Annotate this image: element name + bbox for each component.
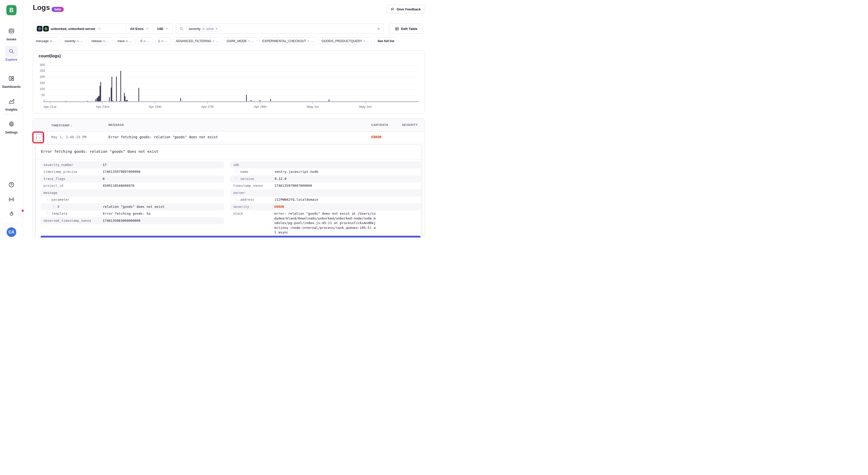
detail-value: 1746135979897000000 [274, 183, 376, 188]
logs-bar-chart: 050100150200250300Apr 21stApr 23rdApr 25… [47, 64, 423, 102]
tree-connector [47, 197, 50, 200]
sidebar-item-insights[interactable]: Insights [0, 96, 23, 111]
chip-operator: > [248, 39, 250, 43]
chip-ellipsis: ... [54, 39, 56, 43]
chart-bar [180, 98, 181, 101]
chart-bar [87, 101, 88, 101]
detail-row-sdk: sdk [230, 161, 421, 168]
chip-ellipsis: ... [251, 39, 254, 43]
logs-chart-card: count(logs) 050100150200250300Apr 21stAp… [33, 50, 425, 113]
sidebar-item-label: Issues [7, 38, 17, 41]
chart-bar [138, 88, 139, 101]
search-clear-icon[interactable]: × [377, 27, 380, 31]
edit-table-button[interactable]: Edit Table [389, 24, 423, 34]
sidebar-item-dashboards[interactable]: Dashboards [0, 73, 23, 89]
log-search-input[interactable]: severity is error × × [176, 24, 383, 34]
y-axis-tick-label: 100 [33, 87, 45, 91]
beta-badge: beta [52, 7, 64, 12]
sidebar: B IssuesExploreDashboardsInsightsSetting… [0, 0, 23, 238]
detail-row-severity_number: severity_number17 [40, 161, 224, 168]
token-value: error [207, 27, 214, 31]
search-icon [179, 27, 184, 31]
y-axis-tick-label: 150 [33, 81, 45, 85]
filter-chip-1[interactable]: 1is... [155, 37, 170, 45]
chart-bar [120, 71, 121, 101]
detail-fields-right: sdknamesentry.javascript.nodeversion9.12… [230, 161, 421, 236]
x-axis-tick [155, 102, 155, 104]
help-button[interactable] [0, 181, 23, 189]
y-axis-tick-label: 250 [33, 69, 45, 73]
detail-value: 1746135983000000000 [102, 218, 221, 223]
detail-row-template: templateError fetching goods: %s [40, 210, 224, 217]
chip-ellipsis: ... [80, 39, 83, 43]
log-row[interactable]: May 1, 2:46:19 PM Error fetching goods: … [33, 132, 425, 143]
detail-key: message [43, 191, 102, 195]
search-filter-token[interactable]: severity is error × [186, 26, 220, 32]
x-axis-tick-label: May 3rd [351, 105, 379, 109]
whats-new-button[interactable] [0, 211, 23, 217]
chip-ellipsis: ... [129, 39, 132, 43]
filter-chip-see-full-list[interactable]: See full list [374, 37, 397, 45]
column-header-severity[interactable]: SEVERITY [402, 123, 418, 126]
token-remove-icon[interactable]: × [216, 27, 218, 30]
chip-label: See full list [377, 39, 394, 43]
sidebar-item-settings[interactable]: Settings [0, 118, 23, 134]
column-header-message[interactable]: MESSAGE [108, 123, 124, 126]
chart-bar [329, 99, 329, 101]
project-selector[interactable]: unborked, unborked-server [33, 26, 126, 31]
chip-label: 0 [141, 39, 142, 43]
table-icon [395, 27, 399, 31]
user-avatar[interactable]: CA [7, 227, 16, 237]
project-selector-value: unborked, unborked-server [51, 27, 95, 31]
chip-operator: is [77, 39, 79, 43]
detail-key: trace_flags [43, 177, 102, 181]
detail-value: Error fetching goods: %s [103, 211, 221, 216]
filter-chip-0[interactable]: 0is... [137, 37, 153, 45]
column-header-timestamp[interactable]: TIMESTAMP↓ [51, 123, 72, 127]
filter-chip-goods-productquery[interactable]: GOODS_PRODUCTQUERY>... [318, 37, 372, 45]
chart-bar [127, 100, 128, 101]
insights-icon [5, 96, 18, 107]
chart-gridline [47, 71, 418, 71]
chip-label: message [36, 39, 49, 43]
environment-selector[interactable]: All Envs [126, 27, 153, 31]
org-logo-letter: B [9, 7, 14, 14]
org-logo[interactable]: B [6, 5, 17, 15]
sidebar-item-explore[interactable]: Explore [0, 46, 23, 61]
chip-ellipsis: ... [147, 39, 150, 43]
detail-value: error: relation "goods" does not exist a… [274, 211, 376, 235]
detail-row-timestamp_precise: timestamp_precise1746135979897000000 [40, 168, 224, 176]
sidebar-item-label: Dashboards [2, 85, 21, 89]
filter-chip-trace[interactable]: traceis... [115, 37, 135, 45]
filter-chip-dark-mode[interactable]: DARK_MODE>... [224, 37, 257, 45]
logs-page: B IssuesExploreDashboardsInsightsSetting… [0, 0, 434, 238]
give-feedback-button[interactable]: Give Feedback [386, 5, 425, 13]
filter-chip-advanced-filtering[interactable]: ADVANCED_FILTERING>... [173, 37, 221, 45]
detail-key: address [240, 197, 275, 202]
chart-bar [259, 100, 260, 101]
expand-row-button[interactable] [36, 134, 43, 141]
bottom-action-bar[interactable] [41, 236, 421, 238]
sidebar-item-issues[interactable]: Issues [0, 25, 23, 41]
detail-value: J12PWN42YQ.localdomain [275, 197, 376, 202]
token-key: severity [189, 27, 200, 31]
filter-chip-release[interactable]: releaseis... [88, 37, 112, 45]
filter-group: unborked, unborked-server All Envs 14D [33, 24, 173, 34]
log-row-timestamp: May 1, 2:46:19 PM [51, 135, 86, 139]
filter-chip-message[interactable]: messageis... [33, 37, 59, 45]
notification-dot [22, 210, 24, 212]
chart-bar [251, 100, 251, 101]
y-axis-tick-label: 0 [33, 99, 45, 103]
date-range-selector[interactable]: 14D [153, 27, 173, 31]
filter-chip-severity[interactable]: severityis... [61, 37, 86, 45]
detail-row-server: server [230, 189, 421, 196]
chart-bar [95, 99, 96, 101]
chart-gridline [47, 83, 418, 83]
broadcast-button[interactable] [0, 196, 23, 204]
detail-row-version: version9.12.0 [230, 175, 421, 182]
chart-bar [125, 96, 125, 101]
column-header-cartdata[interactable]: CARTDATA [371, 123, 388, 126]
sidebar-divider-bottom [3, 223, 20, 224]
chart-bar [119, 101, 120, 101]
filter-chip-experimental-checkout[interactable]: EXPERIMENTAL_CHECKOUT>... [259, 37, 316, 45]
